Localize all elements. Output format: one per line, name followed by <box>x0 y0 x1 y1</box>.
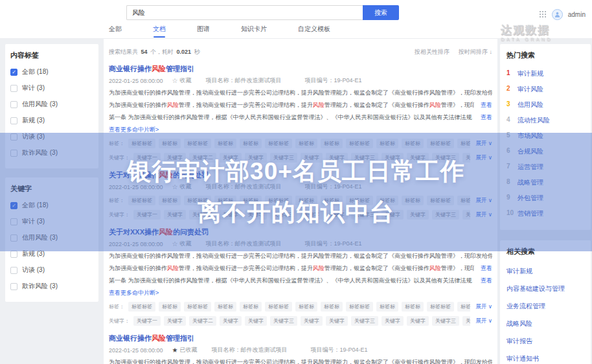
sidebar-filter-item[interactable]: 审计 (3) <box>10 84 93 93</box>
project-name: 项目名称：邮件改造测试项目 <box>206 183 282 191</box>
checkbox-icon[interactable]: ✓ <box>10 69 17 76</box>
project-code: 项目编号：19-P04-E1 <box>305 183 362 191</box>
checkbox-icon[interactable] <box>10 251 17 258</box>
more-snippets-link[interactable]: 查看更多命中片断> <box>109 126 492 134</box>
related-search-item[interactable]: 审计新规 <box>507 267 584 276</box>
tag-row-label: 标签： <box>109 303 124 310</box>
favorite-star-icon[interactable]: ☆ <box>172 183 178 190</box>
hot-search-item[interactable]: 3信用风险 <box>507 100 584 109</box>
hot-search-item[interactable]: 5市场风险 <box>507 131 584 141</box>
related-search-item[interactable]: 审计通知书 <box>507 354 584 363</box>
tab-图谱[interactable]: 图谱 <box>197 25 210 38</box>
checkbox-icon[interactable]: ✓ <box>10 202 17 209</box>
sidebar-filter-item[interactable]: 信用风险 (3) <box>10 100 93 109</box>
checkbox-icon[interactable] <box>10 267 17 274</box>
apps-grid-icon[interactable] <box>540 11 547 18</box>
hot-search-item[interactable]: 6合规风险 <box>507 147 584 156</box>
favorite-label[interactable]: 收藏 <box>180 76 192 85</box>
checkbox-icon[interactable] <box>10 218 17 225</box>
result-date: 2022-01-25 08:00:00 <box>109 78 163 84</box>
hot-rank: 3 <box>507 100 513 109</box>
snippet-line-3-text: 第一条 为加强商业银行的操作风险管理，根据《中华人民共和国银行业监督管理法》、《… <box>109 113 474 122</box>
sort-by-time[interactable]: 按时间排序 ↓ <box>459 48 492 56</box>
view-link[interactable]: 查看 <box>481 264 492 273</box>
expand-link[interactable]: 展开 ∨ <box>475 303 492 311</box>
favorite-star-icon[interactable]: ☆ <box>172 240 178 247</box>
favorite-label[interactable]: 已收藏 <box>180 346 198 354</box>
hot-label: 外包管理 <box>518 194 543 203</box>
hot-search-item[interactable]: 9外包管理 <box>507 194 584 203</box>
related-search-item[interactable]: 内容基础建设与管理 <box>507 284 584 293</box>
result-title[interactable]: 关于对XXX操作风险的问责处罚 <box>109 227 492 237</box>
checkbox-icon[interactable] <box>10 283 17 290</box>
user-avatar[interactable] <box>552 9 563 20</box>
expand-link[interactable]: 展开 ∨ <box>475 317 492 325</box>
title-text: 管理》，现印发给你们，请遵照执行。 <box>441 102 474 108</box>
result-meta: 2022-01-25 08:00:00☆收藏项目名称：邮件改造测试项目项目编号：… <box>109 76 492 85</box>
hot-search-item[interactable]: 7运营管理 <box>507 163 584 172</box>
hot-search-item[interactable]: 8战略管理 <box>507 178 584 187</box>
tag-chip: 标签标 <box>214 302 236 312</box>
sidebar-filter-item[interactable]: 欺诈风险 (3) <box>10 282 93 291</box>
filter-label: 欺诈风险 (3) <box>22 148 58 157</box>
expand-link[interactable]: 展开 ∨ <box>475 154 492 162</box>
view-link[interactable]: 查看 <box>481 277 492 285</box>
favorite-star-icon[interactable]: ★ <box>172 347 178 354</box>
expand-link[interactable]: 展开 ∨ <box>475 211 492 219</box>
favorite-star-icon[interactable]: ☆ <box>172 77 178 84</box>
result-title[interactable]: 商业银行操作风险管理指引 <box>109 334 492 343</box>
results-time: 0.021 <box>177 49 192 55</box>
checkbox-icon[interactable] <box>10 117 17 124</box>
hot-search-item[interactable]: 4流动性风险 <box>507 116 584 125</box>
favorite-label[interactable]: 收藏 <box>180 183 192 191</box>
top-header: 搜索 全部文档图谱知识卡片自定义模板 admin <box>0 0 592 39</box>
expand-link[interactable]: 展开 ∨ <box>475 197 492 205</box>
checkbox-icon[interactable] <box>10 234 17 242</box>
tab-自定义模板[interactable]: 自定义模板 <box>298 25 330 38</box>
tab-全部[interactable]: 全部 <box>109 25 122 38</box>
tab-知识卡片[interactable]: 知识卡片 <box>241 25 267 38</box>
title-text: 关于对XXX操作 <box>109 171 159 179</box>
keyword-chip: 关键字 <box>245 210 267 220</box>
hot-rank: 10 <box>507 209 513 218</box>
related-search-item[interactable]: 业务流程管理 <box>507 302 584 311</box>
tab-文档[interactable]: 文档 <box>153 25 166 38</box>
hot-rank: 4 <box>507 116 513 125</box>
hot-search-item[interactable]: 1审计新规 <box>507 69 584 78</box>
result-title[interactable]: 商业银行操作风险管理指引 <box>109 64 492 74</box>
result-title[interactable]: 关于对XXX操作风险的问责处罚 <box>109 170 492 180</box>
hot-rank: 2 <box>507 85 513 94</box>
more-snippets-link[interactable]: 查看更多命中片断> <box>109 289 492 297</box>
sidebar-filter-item[interactable]: 欺诈风险 (3) <box>10 148 93 157</box>
highlighted-term: 风险 <box>159 171 173 179</box>
sidebar-filter-item[interactable]: 新规 (3) <box>10 249 93 258</box>
sidebar-filter-item[interactable]: 访谈 (3) <box>10 266 93 275</box>
sidebar-filter-item[interactable]: 信用风险 (3) <box>10 233 93 242</box>
sidebar-filter-item[interactable]: ✓全部 (18) <box>10 67 93 76</box>
sidebar-filter-item[interactable]: ✓全部 (18) <box>10 201 93 210</box>
keyword-chip: 关键字 <box>164 210 186 220</box>
search-input[interactable] <box>126 5 363 20</box>
sidebar-filter-item[interactable]: 新规 (3) <box>10 116 93 125</box>
sidebar-filter-item[interactable]: 审计 (3) <box>10 217 93 226</box>
sort-by-relevance[interactable]: 按相关性排序 <box>415 48 450 56</box>
checkbox-icon[interactable] <box>10 133 17 141</box>
hot-search-item[interactable]: 10营销管理 <box>507 209 584 218</box>
related-search-item[interactable]: 审计报告 <box>507 337 584 346</box>
related-search-item[interactable]: 战略风险 <box>507 319 584 328</box>
keyword-row: 关键字：关键字一关键字关键字二关键字关键字关键字三关键字关键字关键字三关键字关键… <box>109 153 492 163</box>
hot-label: 流动性风险 <box>518 116 550 125</box>
search-button[interactable]: 搜索 <box>363 5 399 20</box>
expand-link[interactable]: 展开 ∨ <box>475 140 492 148</box>
view-link[interactable]: 查看 <box>481 101 492 109</box>
hot-search-item[interactable]: 2审计风险 <box>507 85 584 94</box>
favorite-label[interactable]: 收藏 <box>180 240 192 248</box>
checkbox-icon[interactable] <box>10 150 17 157</box>
hot-rank: 9 <box>507 194 513 203</box>
checkbox-icon[interactable] <box>10 85 17 92</box>
view-link[interactable]: 查看 <box>481 113 492 122</box>
checkbox-icon[interactable] <box>10 101 17 108</box>
title-text: 管理能力，银监会制定了《商业银行操作 <box>324 265 429 271</box>
tag-chip: 标签标 <box>159 302 181 312</box>
sidebar-filter-item[interactable]: 访谈 (3) <box>10 132 93 141</box>
